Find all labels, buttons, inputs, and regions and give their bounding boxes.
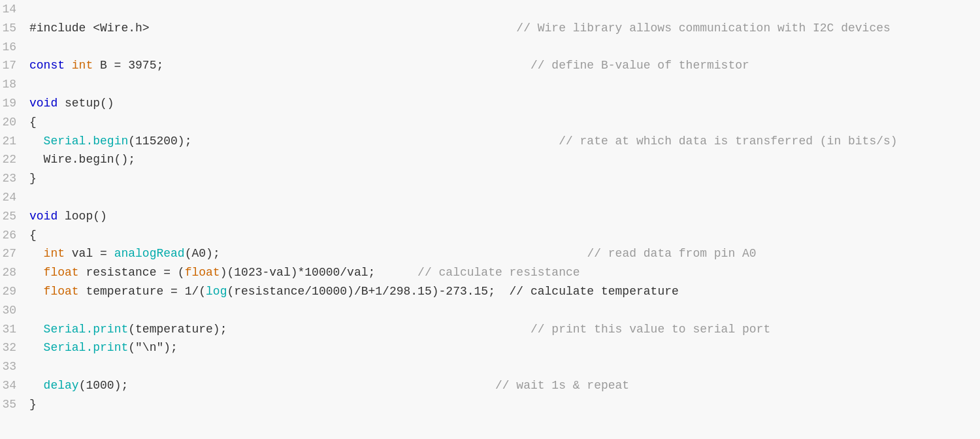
code-line: 26{	[0, 226, 980, 245]
code-token: val =	[65, 244, 114, 263]
code-line: 28 float resistance = (float)(1023-val)*…	[0, 263, 980, 282]
code-token: float	[44, 282, 79, 301]
line-number: 16	[0, 38, 29, 57]
line-number: 19	[0, 94, 29, 113]
line-number: 32	[0, 338, 29, 357]
line-content: }	[29, 169, 980, 188]
line-number: 23	[0, 169, 29, 188]
code-token	[29, 338, 44, 357]
code-token: (resistance/10000)/B+1/298.15)-273.15; /…	[227, 282, 678, 301]
code-token: // define B-value of thermistor	[163, 56, 749, 75]
code-token: // read data from pin A0	[220, 244, 757, 263]
line-content: int val = analogRead(A0); // read data f…	[29, 244, 980, 263]
code-line: 14	[0, 0, 980, 19]
line-number: 28	[0, 263, 29, 282]
code-line: 19void setup()	[0, 94, 980, 113]
line-content: delay(1000); // wait 1s & repeat	[29, 376, 980, 395]
code-line: 17const int B = 3975; // define B-value …	[0, 56, 980, 75]
line-number: 15	[0, 19, 29, 38]
code-line: 15#include <Wire.h> // Wire library allo…	[0, 19, 980, 38]
line-content: Serial.print(temperature); // print this…	[29, 320, 980, 339]
code-token: log	[206, 282, 227, 301]
line-number: 29	[0, 282, 29, 301]
line-number: 20	[0, 113, 29, 132]
line-content: {	[29, 113, 980, 132]
code-token: // calculate resistance	[375, 263, 580, 282]
code-token: analogRead	[114, 244, 185, 263]
code-token: // print this value to serial port	[227, 320, 770, 339]
line-content: float temperature = 1/(log(resistance/10…	[29, 282, 980, 301]
code-line: 31 Serial.print(temperature); // print t…	[0, 320, 980, 339]
code-token	[29, 263, 44, 282]
code-editor: 1415#include <Wire.h> // Wire library al…	[0, 0, 980, 439]
code-token: float	[44, 263, 79, 282]
code-token: loop()	[57, 207, 107, 226]
code-token: // Wire library allows communication wit…	[150, 19, 890, 38]
code-token: void	[29, 94, 57, 113]
line-number: 35	[0, 395, 29, 414]
code-line: 29 float temperature = 1/(log(resistance…	[0, 282, 980, 301]
line-content: }	[29, 395, 980, 414]
code-token: }	[29, 169, 37, 188]
code-line: 25void loop()	[0, 207, 980, 226]
code-token: )(1023-val)*10000/val;	[220, 263, 376, 282]
code-token: Serial.print	[44, 320, 129, 339]
code-token	[29, 244, 44, 263]
line-number: 30	[0, 301, 29, 320]
code-line: 20{	[0, 113, 980, 132]
line-number: 26	[0, 226, 29, 245]
line-content: Serial.print("\n");	[29, 338, 980, 357]
code-token: setup()	[57, 94, 114, 113]
line-content: float resistance = (float)(1023-val)*100…	[29, 263, 980, 282]
code-line: 18	[0, 75, 980, 94]
code-token: {	[29, 226, 37, 245]
line-content: #include <Wire.h> // Wire library allows…	[29, 19, 980, 38]
code-line: 33	[0, 357, 980, 376]
code-line: 34 delay(1000); // wait 1s & repeat	[0, 376, 980, 395]
code-token: int	[72, 56, 93, 75]
code-token: void	[29, 207, 57, 226]
code-token: delay	[44, 376, 79, 395]
line-number: 31	[0, 320, 29, 339]
code-token: (A0);	[185, 244, 220, 263]
code-line: 16	[0, 38, 980, 57]
code-line: 23}	[0, 169, 980, 188]
code-line: 30	[0, 301, 980, 320]
code-token: const	[29, 56, 72, 75]
code-token	[29, 132, 44, 151]
code-line: 35}	[0, 395, 980, 414]
line-number: 21	[0, 132, 29, 151]
code-token: resistance = (	[79, 263, 185, 282]
code-line: 21 Serial.begin(115200); // rate at whic…	[0, 132, 980, 151]
line-number: 17	[0, 56, 29, 75]
code-line: 32 Serial.print("\n");	[0, 338, 980, 357]
code-token: B = 3975;	[93, 56, 163, 75]
line-content: Serial.begin(115200); // rate at which d…	[29, 132, 980, 151]
code-token: {	[29, 113, 37, 132]
code-token: float	[185, 263, 220, 282]
code-token: Serial.print	[44, 338, 129, 357]
line-content: {	[29, 226, 980, 245]
code-token	[29, 320, 44, 339]
line-number: 25	[0, 207, 29, 226]
code-token: Serial.begin	[44, 132, 129, 151]
line-number: 27	[0, 244, 29, 263]
code-token: int	[44, 244, 65, 263]
code-token: (temperature);	[128, 320, 227, 339]
line-number: 14	[0, 0, 29, 19]
line-number: 33	[0, 357, 29, 376]
code-token: #include <Wire.h>	[29, 19, 150, 38]
line-number: 18	[0, 75, 29, 94]
code-line: 27 int val = analogRead(A0); // read dat…	[0, 244, 980, 263]
code-token: temperature = 1/(	[79, 282, 206, 301]
line-number: 34	[0, 376, 29, 395]
code-line: 22 Wire.begin();	[0, 150, 980, 169]
code-line: 24	[0, 188, 980, 207]
code-token: (1000);	[79, 376, 129, 395]
line-content: const int B = 3975; // define B-value of…	[29, 56, 980, 75]
line-number: 22	[0, 150, 29, 169]
line-content: void setup()	[29, 94, 980, 113]
code-token: // wait 1s & repeat	[128, 376, 629, 395]
code-token: // rate at which data is transferred (in…	[191, 132, 897, 151]
code-token: }	[29, 395, 37, 414]
